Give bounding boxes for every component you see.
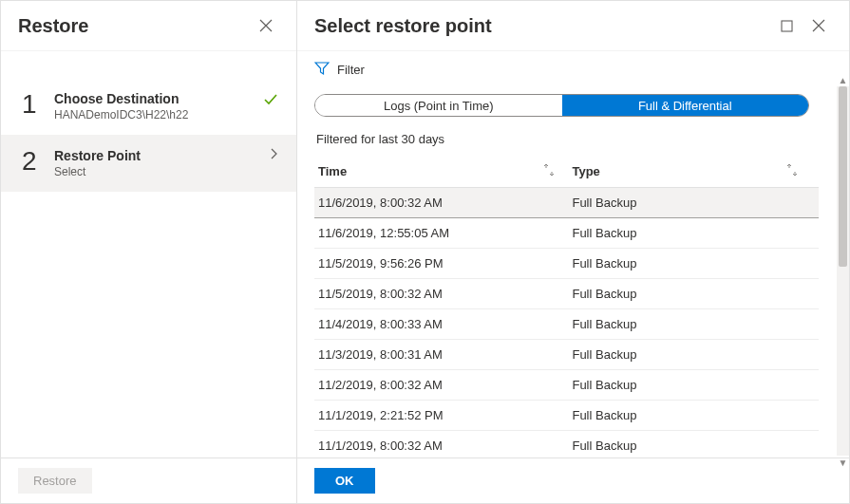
sort-icon	[786, 163, 798, 179]
cell-time: 11/5/2019, 9:56:26 PM	[318, 256, 572, 271]
table-row[interactable]: 11/3/2019, 8:00:31 AMFull Backup	[314, 340, 819, 370]
maximize-icon[interactable]	[773, 12, 800, 39]
sort-icon	[543, 163, 555, 179]
cell-type: Full Backup	[572, 196, 815, 210]
step-subtitle: HANADemoIDC3\H22\h22	[54, 108, 249, 121]
select-restore-point-panel: Select restore point Filter Logs (Point …	[297, 1, 849, 503]
table-row[interactable]: 11/2/2019, 8:00:32 AMFull Backup	[314, 370, 819, 401]
filter-icon	[314, 61, 330, 79]
cell-type: Full Backup	[572, 408, 815, 422]
cell-time: 11/6/2019, 8:00:32 AM	[318, 196, 572, 210]
mode-tabs: Logs (Point in Time) Full & Differential	[314, 94, 809, 117]
filter-button[interactable]: Filter	[297, 51, 849, 88]
ok-button[interactable]: OK	[314, 468, 375, 494]
svg-rect-0	[782, 21, 792, 31]
table-row[interactable]: 11/1/2019, 2:21:52 PMFull Backup	[314, 401, 819, 431]
step-subtitle: Select	[54, 165, 255, 178]
wizard-steps: 1 Choose Destination HANADemoIDC3\H22\h2…	[1, 51, 296, 457]
cell-time: 11/3/2019, 8:00:31 AM	[318, 347, 572, 362]
tab-logs[interactable]: Logs (Point in Time)	[315, 95, 562, 116]
column-type[interactable]: Type	[572, 163, 815, 179]
scroll-thumb[interactable]	[839, 88, 847, 267]
select-restore-point-title: Select restore point	[314, 15, 492, 37]
cell-type: Full Backup	[572, 378, 815, 392]
cell-time: 11/1/2019, 2:21:52 PM	[318, 408, 572, 422]
select-restore-point-header: Select restore point	[297, 1, 849, 51]
restore-panel: Restore 1 Choose Destination HANADemoIDC…	[1, 1, 297, 503]
table-row[interactable]: 11/1/2019, 8:00:32 AMFull Backup	[314, 431, 819, 457]
restore-point-content: Logs (Point in Time) Full & Differential…	[297, 88, 849, 457]
cell-time: 11/6/2019, 12:55:05 AM	[318, 226, 572, 240]
cell-type: Full Backup	[572, 256, 815, 271]
cell-time: 11/2/2019, 8:00:32 AM	[318, 378, 572, 392]
cell-time: 11/5/2019, 8:00:32 AM	[318, 287, 572, 301]
cell-type: Full Backup	[572, 439, 815, 453]
table-header: Time Type	[314, 156, 819, 188]
cell-type: Full Backup	[572, 317, 815, 331]
table-row[interactable]: 11/6/2019, 12:55:05 AMFull Backup	[314, 218, 819, 249]
scroll-down-icon[interactable]: ▼	[837, 456, 849, 457]
cell-time: 11/1/2019, 8:00:32 AM	[318, 439, 572, 453]
column-time[interactable]: Time	[318, 163, 572, 179]
scrollbar[interactable]: ▲ ▼	[837, 88, 849, 456]
select-restore-point-footer: OK	[297, 457, 849, 503]
tab-full-differential[interactable]: Full & Differential	[562, 95, 809, 116]
step-title: Restore Point	[54, 148, 255, 163]
restore-button[interactable]: Restore	[18, 468, 92, 494]
restore-header: Restore	[1, 1, 296, 51]
step-choose-destination[interactable]: 1 Choose Destination HANADemoIDC3\H22\h2…	[1, 78, 296, 135]
close-icon[interactable]	[253, 12, 279, 39]
step-number: 1	[22, 91, 41, 118]
restore-points-table: 11/6/2019, 8:00:32 AMFull Backup11/6/201…	[314, 188, 819, 457]
close-icon[interactable]	[805, 12, 832, 39]
cell-time: 11/4/2019, 8:00:33 AM	[318, 317, 572, 331]
restore-footer: Restore	[1, 457, 296, 503]
step-restore-point[interactable]: 2 Restore Point Select	[1, 135, 296, 192]
filter-label: Filter	[337, 63, 365, 77]
cell-type: Full Backup	[572, 287, 815, 301]
table-row[interactable]: 11/6/2019, 8:00:32 AMFull Backup	[314, 188, 819, 218]
filtered-message: Filtered for last 30 days	[316, 132, 819, 146]
table-row[interactable]: 11/4/2019, 8:00:33 AMFull Backup	[314, 309, 819, 340]
step-title: Choose Destination	[54, 91, 249, 106]
table-row[interactable]: 11/5/2019, 8:00:32 AMFull Backup	[314, 279, 819, 309]
table-row[interactable]: 11/5/2019, 9:56:26 PMFull Backup	[314, 249, 819, 279]
checkmark-icon	[262, 91, 279, 108]
cell-type: Full Backup	[572, 347, 815, 362]
cell-type: Full Backup	[572, 226, 815, 240]
restore-title: Restore	[18, 15, 88, 37]
chevron-right-icon	[268, 148, 279, 159]
step-number: 2	[22, 148, 41, 175]
